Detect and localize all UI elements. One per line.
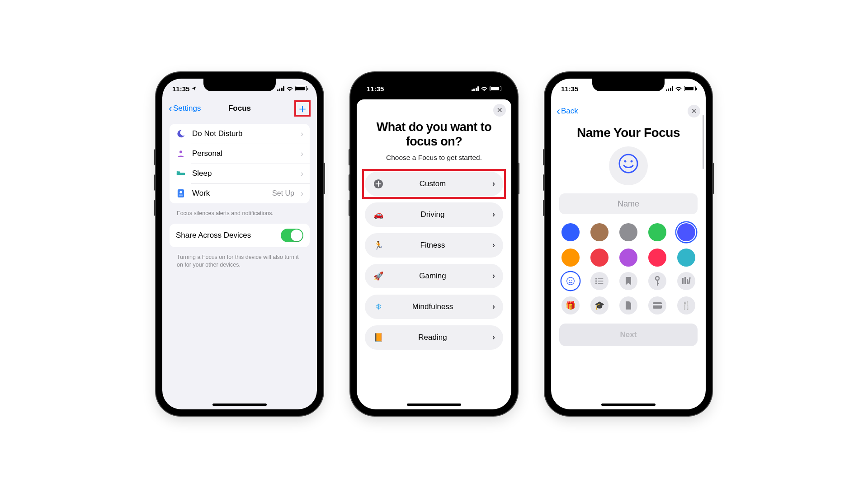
share-across-devices-row: Share Across Devices (170, 224, 310, 247)
svg-point-20 (656, 277, 659, 280)
color-swatch[interactable] (677, 249, 695, 267)
next-button[interactable]: Next (559, 324, 698, 346)
glyph-document[interactable] (619, 296, 637, 314)
svg-rect-21 (657, 280, 658, 286)
wifi-icon (675, 86, 682, 91)
color-swatch[interactable] (619, 223, 637, 241)
share-group: Share Across Devices (170, 224, 310, 247)
color-swatch[interactable] (561, 249, 580, 267)
svg-rect-17 (598, 281, 604, 282)
back-button[interactable]: ‹ Back (557, 106, 578, 117)
wifi-icon (481, 86, 488, 91)
status-time: 11:35 (561, 85, 578, 93)
color-swatch[interactable] (590, 223, 609, 241)
focus-option-fitness[interactable]: 🏃 Fitness › (365, 233, 503, 258)
glyph-picker: 🎁 🎓 🍴 (551, 269, 706, 319)
chevron-right-icon: › (492, 210, 495, 219)
close-icon: ✕ (497, 106, 503, 114)
svg-rect-2 (177, 171, 178, 175)
glyph-card[interactable] (648, 296, 666, 314)
chevron-right-icon: › (492, 333, 495, 342)
settings-focus-screen: 11:35 ‹ Settings Focus ＋ (162, 79, 317, 409)
phone-frame-3: 11:35 ‹ Back ✕ Name Your Focus (545, 72, 712, 416)
focus-row-label: Personal (192, 149, 294, 158)
home-indicator (212, 404, 267, 406)
glyph-smile[interactable] (561, 272, 580, 290)
color-swatch[interactable] (619, 249, 637, 267)
phone-frame-1: 11:35 ‹ Settings Focus ＋ (156, 72, 323, 416)
car-icon: 🚗 (373, 210, 384, 220)
focus-row-sleep[interactable]: Sleep › (170, 164, 310, 183)
svg-rect-1 (177, 173, 185, 175)
notch (203, 79, 276, 91)
chevron-right-icon: › (492, 271, 495, 281)
glyph-dining[interactable]: 🍴 (677, 296, 695, 314)
location-icon (191, 86, 197, 91)
focus-option-mindfulness[interactable]: ❄︎ Mindfulness › (365, 295, 503, 319)
svg-point-14 (595, 278, 597, 279)
focus-option-label: Mindfulness (390, 302, 486, 311)
chevron-left-icon: ‹ (169, 103, 172, 114)
phone-frame-2: 11:35 ✕ What do you want to focus on? Ch… (350, 72, 518, 416)
color-swatch[interactable] (648, 249, 666, 267)
glyph-key[interactable] (648, 272, 666, 290)
svg-point-12 (569, 280, 570, 281)
svg-point-8 (619, 155, 637, 173)
focus-row-detail: Set Up (272, 189, 294, 197)
color-swatch[interactable] (677, 223, 695, 241)
glyph-library[interactable] (677, 272, 695, 290)
chevron-right-icon: › (492, 240, 495, 250)
glyph-graduation[interactable]: 🎓 (590, 296, 609, 314)
color-swatch[interactable] (561, 223, 580, 241)
focus-name-input[interactable]: Name (559, 193, 698, 214)
close-button[interactable]: ✕ (493, 104, 506, 117)
back-button[interactable]: ‹ Settings (169, 103, 201, 114)
svg-rect-26 (688, 277, 691, 284)
share-toggle[interactable] (281, 229, 303, 242)
person-icon (176, 149, 186, 159)
smile-icon (618, 153, 639, 179)
color-swatch[interactable] (648, 223, 666, 241)
svg-point-18 (595, 282, 597, 284)
back-label: Settings (173, 104, 201, 113)
rocket-icon: 🚀 (373, 271, 384, 281)
svg-point-3 (178, 171, 180, 174)
moon-icon (176, 129, 186, 139)
plus-circle-icon (373, 179, 384, 189)
svg-rect-15 (598, 278, 604, 279)
focus-glyph-preview[interactable] (609, 146, 648, 185)
focus-option-label: Gaming (390, 272, 486, 281)
focus-option-driving[interactable]: 🚗 Driving › (365, 202, 503, 227)
color-swatch[interactable] (590, 249, 609, 267)
plus-icon: ＋ (297, 101, 308, 117)
cellular-icon (277, 86, 285, 91)
glyph-list[interactable] (590, 272, 609, 290)
focus-option-reading[interactable]: 📙 Reading › (365, 325, 503, 350)
focus-row-dnd[interactable]: Do Not Disturb › (170, 124, 310, 144)
chevron-right-icon: › (301, 149, 303, 159)
focus-option-label: Custom (390, 179, 486, 188)
status-time: 11:35 (172, 85, 189, 93)
focus-row-personal[interactable]: Personal › (170, 144, 310, 164)
svg-point-5 (179, 191, 182, 193)
add-focus-button[interactable]: ＋ (294, 100, 311, 117)
status-time: 11:35 (367, 85, 384, 93)
focus-option-gaming[interactable]: 🚀 Gaming › (365, 264, 503, 288)
name-focus-screen: 11:35 ‹ Back ✕ Name Your Focus (551, 79, 706, 409)
glyph-bookmark[interactable] (619, 272, 637, 290)
chevron-right-icon: › (301, 169, 303, 178)
notch (592, 79, 665, 91)
focus-option-custom[interactable]: Custom › (365, 172, 503, 196)
sheet-subtitle: Choose a Focus to get started. (365, 154, 503, 162)
glyph-gift[interactable]: 🎁 (561, 296, 580, 314)
svg-rect-19 (598, 283, 604, 284)
svg-point-0 (179, 150, 182, 153)
navbar: ‹ Settings Focus ＋ (162, 99, 317, 118)
focus-row-work[interactable]: Work Set Up › (170, 183, 310, 203)
chevron-left-icon: ‹ (557, 106, 560, 117)
focus-row-label: Work (192, 189, 266, 198)
svg-rect-22 (657, 283, 659, 284)
svg-rect-28 (653, 304, 662, 305)
svg-rect-24 (684, 277, 686, 284)
close-button[interactable]: ✕ (688, 105, 700, 117)
